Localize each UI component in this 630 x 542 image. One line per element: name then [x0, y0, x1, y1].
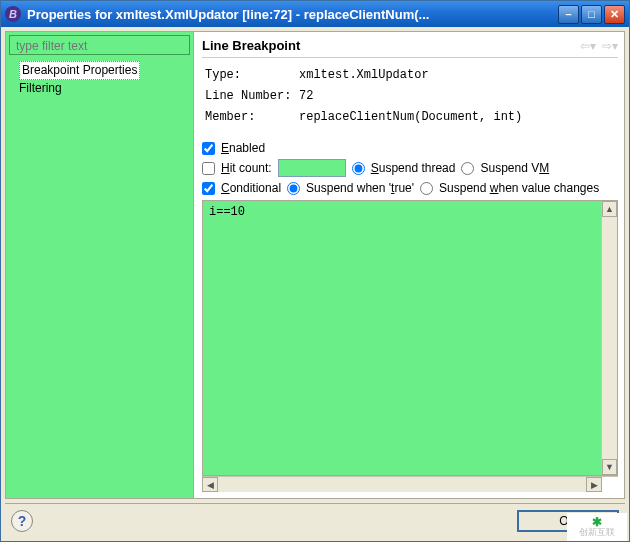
scroll-down-icon[interactable]: ▼ [602, 459, 617, 475]
bottom-bar: ? OK ✱创新互联 [5, 503, 625, 537]
nav-back-icon[interactable]: ⇦▾ [580, 39, 596, 53]
type-value: xmltest.XmlUpdator [298, 66, 616, 85]
tree-item-breakpoint-properties[interactable]: Breakpoint Properties [19, 61, 140, 80]
hitcount-checkbox[interactable]: Hit count: [202, 161, 272, 175]
window: B Properties for xmltest.XmlUpdator [lin… [0, 0, 630, 542]
condition-editor[interactable]: i==10 [203, 201, 601, 475]
sidebar: Breakpoint Properties Filtering [6, 32, 194, 498]
vertical-scrollbar[interactable]: ▲ ▼ [601, 201, 617, 475]
hitcount-input[interactable] [282, 161, 342, 178]
line-value: 72 [298, 87, 616, 106]
help-button[interactable]: ? [11, 510, 33, 532]
tree-item-filtering[interactable]: Filtering [19, 80, 186, 97]
main-panel: Line Breakpoint ⇦▾ ⇨▾ Type: xmltest.XmlU… [194, 32, 624, 498]
scroll-right-icon[interactable]: ▶ [586, 477, 602, 492]
member-label: Member: [204, 108, 296, 127]
category-tree: Breakpoint Properties Filtering [9, 59, 190, 101]
info-grid: Type: xmltest.XmlUpdator Line Number: 72… [202, 64, 618, 129]
suspend-when-true-radio[interactable]: Suspend when 'true' [287, 181, 414, 195]
suspend-thread-radio[interactable]: Suspend thread [352, 161, 456, 175]
nav-forward-icon[interactable]: ⇨▾ [602, 39, 618, 53]
filter-input[interactable] [14, 38, 185, 54]
scroll-left-icon[interactable]: ◀ [202, 477, 218, 492]
filter-input-wrap[interactable] [9, 35, 190, 55]
scroll-up-icon[interactable]: ▲ [602, 201, 617, 217]
enabled-checkbox[interactable]: Enabled [202, 141, 265, 155]
window-title: Properties for xmltest.XmlUpdator [line:… [27, 7, 558, 22]
conditional-checkbox[interactable]: Conditional [202, 181, 281, 195]
maximize-button[interactable]: □ [581, 5, 602, 24]
titlebar: B Properties for xmltest.XmlUpdator [lin… [1, 1, 629, 27]
app-icon: B [5, 6, 21, 22]
type-label: Type: [204, 66, 296, 85]
member-value: replaceClientNum(Document, int) [298, 108, 616, 127]
minimize-button[interactable]: – [558, 5, 579, 24]
page-title: Line Breakpoint [202, 38, 580, 53]
suspend-when-change-radio[interactable]: Suspend when value changes [420, 181, 599, 195]
hitcount-input-wrap[interactable] [278, 159, 346, 177]
ok-button[interactable]: OK [517, 510, 619, 532]
horizontal-scrollbar[interactable]: ◀ ▶ [202, 476, 618, 492]
condition-editor-wrap: i==10 ▲ ▼ [202, 200, 618, 476]
line-label: Line Number: [204, 87, 296, 106]
close-button[interactable]: ✕ [604, 5, 625, 24]
suspend-vm-radio[interactable]: Suspend VM [461, 161, 549, 175]
